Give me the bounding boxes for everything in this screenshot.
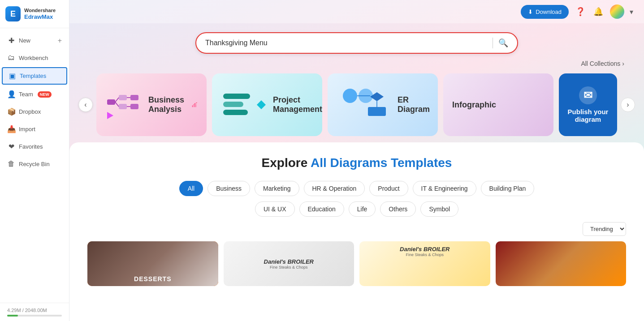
template-grid: DESSERTS Daniel's BROILER Fine Steaks & … (87, 241, 626, 286)
card-infographic-label: Infographic (452, 100, 496, 110)
svg-line-6 (115, 102, 119, 107)
sidebar-item-label: Recycle Bin (19, 161, 50, 167)
sidebar-item-import[interactable]: 📥 Import (0, 120, 69, 138)
broiler-2-label: Daniel's BROILER (364, 246, 486, 253)
publish-diagram-card[interactable]: ✉ Publish your diagram (559, 73, 617, 136)
explore-section: Explore All Diagrams Templates All Busin… (69, 142, 644, 321)
broiler-2-sublabel: Fine Steaks & Chops (364, 253, 486, 257)
svg-rect-15 (223, 94, 250, 99)
sidebar-item-templates[interactable]: ▣ Templates (2, 67, 67, 85)
card-er-diagram[interactable]: ER Diagram (328, 73, 438, 136)
app-logo: E Wondershare EdrawMax (0, 0, 69, 28)
filter-chip-marketing[interactable]: Marketing (255, 181, 299, 196)
storage-label: 4.29M / 2048.00M (7, 308, 47, 313)
business-analysis-illustration (105, 87, 141, 123)
sidebar: E Wondershare EdrawMax ✚ New + 🗂 Workben… (0, 0, 69, 321)
explore-title-highlight2: All Diagrams Templates (311, 156, 452, 170)
sidebar-item-label: Templates (20, 73, 46, 79)
notification-button[interactable]: 🔔 (592, 5, 605, 18)
filter-chip-others[interactable]: Others (380, 201, 416, 217)
sidebar-item-team[interactable]: 👤 Team NEW (0, 86, 69, 103)
svg-rect-11 (193, 104, 194, 107)
sidebar-item-dropbox[interactable]: 📦 Dropbox (0, 103, 69, 120)
template-thumb-broiler-1[interactable]: Daniel's BROILER Fine Steaks & Chops (224, 241, 354, 286)
template-thumb-broiler-2[interactable]: Daniel's BROILER Fine Steaks & Chops (359, 241, 490, 286)
card-er-diagram-label: ER Diagram (398, 95, 430, 114)
publish-icon: ✉ (579, 86, 597, 104)
chevron-right-icon: › (622, 60, 624, 67)
main-content: ⬇ Download ❓ 🔔 ▾ 🔍 All Collections › ‹ (69, 0, 644, 321)
project-management-illustration (221, 89, 266, 120)
sidebar-item-workbench[interactable]: 🗂 Workbench (0, 49, 69, 66)
search-button[interactable]: 🔍 (498, 38, 508, 48)
workbench-icon: 🗂 (7, 54, 15, 62)
sidebar-item-favorites[interactable]: ❤ Favorites (0, 138, 69, 155)
svg-point-19 (343, 89, 357, 103)
filter-chip-building-plan[interactable]: Building Plan (481, 181, 535, 196)
card-project-management-label: Project Management (273, 95, 322, 114)
filter-chip-life[interactable]: Life (349, 201, 376, 217)
sidebar-item-label: Favorites (19, 143, 43, 150)
card-infographic[interactable]: Infographic (443, 73, 553, 136)
filter-chip-symbol[interactable]: Symbol (420, 201, 458, 217)
svg-rect-16 (223, 102, 243, 107)
explore-title: Explore All Diagrams Templates (87, 156, 626, 170)
svg-rect-4 (130, 104, 138, 109)
storage-bar (7, 315, 62, 317)
broiler-1-sublabel: Fine Steaks & Chops (264, 265, 314, 270)
filter-chip-hr-operation[interactable]: HR & Operation (304, 181, 365, 196)
recycle-bin-icon: 🗑 (7, 160, 15, 168)
download-button[interactable]: ⬇ Download (521, 5, 569, 19)
svg-line-5 (115, 98, 119, 102)
sort-select[interactable]: Trending Newest Popular (583, 222, 626, 236)
sidebar-item-new[interactable]: ✚ New + (0, 32, 69, 49)
search-divider (493, 38, 493, 48)
carousel-next-button[interactable]: › (621, 98, 635, 112)
carousel-cards: Business Analysis (96, 73, 617, 136)
help-button[interactable]: ❓ (574, 5, 587, 18)
sidebar-item-label: Dropbox (19, 108, 41, 115)
filter-row-2: UI & UX Education Life Others Symbol (87, 201, 626, 217)
sidebar-nav: ✚ New + 🗂 Workbench ▣ Templates 👤 Team N… (0, 28, 69, 303)
svg-rect-3 (130, 95, 138, 100)
filter-chip-business[interactable]: Business (207, 181, 250, 196)
storage-fill (7, 315, 18, 317)
download-label: Download (536, 9, 562, 15)
user-avatar[interactable] (610, 4, 624, 19)
template-thumb-autumn[interactable] (496, 241, 627, 286)
sidebar-item-recycle-bin[interactable]: 🗑 Recycle Bin (0, 155, 69, 172)
sort-row: Trending Newest Popular (87, 222, 626, 236)
templates-icon: ▣ (8, 72, 16, 80)
svg-marker-14 (196, 103, 198, 103)
team-icon: 👤 (7, 90, 15, 98)
search-section: 🔍 (69, 23, 644, 58)
download-icon: ⬇ (528, 9, 533, 15)
card-business-analysis[interactable]: Business Analysis (96, 73, 207, 136)
svg-rect-1 (119, 95, 127, 100)
import-icon: 📥 (7, 125, 15, 133)
filter-chip-it-engineering[interactable]: IT & Engineering (413, 181, 476, 196)
er-diagram-illustration (337, 87, 390, 123)
avatar-chevron-icon[interactable]: ▾ (630, 8, 633, 16)
search-box: 🔍 (195, 32, 518, 54)
dropbox-icon: 📦 (7, 107, 15, 116)
search-input[interactable] (205, 39, 487, 47)
storage-info: 4.29M / 2048.00M (0, 303, 69, 321)
filter-chip-product[interactable]: Product (369, 181, 408, 196)
sidebar-item-label: Workbench (19, 55, 48, 61)
plus-icon[interactable]: + (58, 37, 62, 45)
filter-row: All Business Marketing HR & Operation Pr… (87, 181, 626, 196)
filter-chip-ui-ux[interactable]: UI & UX (255, 201, 295, 217)
all-collections-link[interactable]: All Collections › (69, 58, 644, 69)
svg-rect-17 (223, 110, 248, 115)
filter-chip-all[interactable]: All (179, 181, 203, 196)
publish-label: Publish your diagram (566, 108, 610, 123)
filter-chip-education[interactable]: Education (299, 201, 344, 217)
card-project-management[interactable]: Project Management (212, 73, 322, 136)
template-thumb-desserts[interactable]: DESSERTS (87, 241, 218, 286)
sidebar-item-label: New (19, 37, 30, 44)
favorites-icon: ❤ (7, 142, 15, 151)
explore-title-static: Explore (262, 156, 308, 170)
carousel-prev-button[interactable]: ‹ (78, 98, 93, 112)
broiler-1-label: Daniel's BROILER (264, 258, 314, 265)
